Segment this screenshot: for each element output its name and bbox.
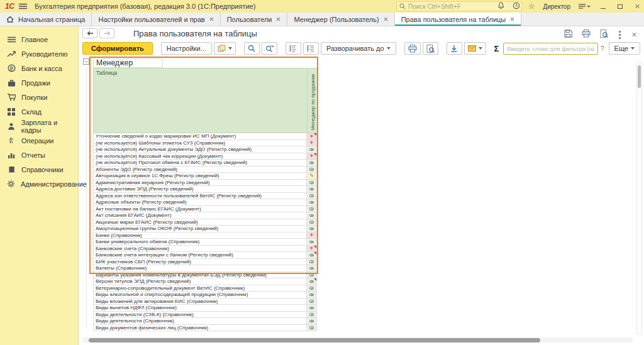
table-row-label[interactable]: (не используется) Актуальные документы Э… [93,146,307,153]
table-row-right-cell[interactable] [307,180,317,187]
maximize-button[interactable] [616,2,625,11]
search-button[interactable] [244,42,260,55]
close-window-button[interactable] [633,2,641,11]
vertical-scrollbar-thumb[interactable] [638,65,641,88]
notifications-bell-icon[interactable] [497,2,504,11]
table-row[interactable]: (не используется) Шаблоны этикеток СУЗ (… [93,140,318,147]
table-row-right-cell[interactable] [307,212,317,219]
table-row-right-cell[interactable]: + [307,133,317,140]
table-row-label[interactable]: Уточнение сведений о кодах маркировки ИС… [93,133,307,140]
collapse-groups-button[interactable] [286,42,301,55]
table-row-label[interactable]: Авторизация в сервисе 1С:Фреш (Регистр с… [93,173,307,180]
send-mail-button[interactable] [464,42,486,55]
table-row-label[interactable]: Виды алкогольной и спиртосодержащей прод… [93,292,307,298]
print-icon[interactable] [582,29,591,40]
main-menu-icon[interactable] [19,3,27,9]
preview-search-icon[interactable] [600,29,608,40]
table-row[interactable]: Абоненты ЭДО (Регистр сведений) [93,167,318,173]
table-row-right-cell[interactable] [307,199,317,206]
table-row-label[interactable]: Банковские счета интеграции с банком (Ре… [93,252,307,259]
sidebar-item-directories[interactable]: Справочники [0,162,78,177]
tab-users[interactable]: Пользователи [221,13,288,26]
table-row[interactable]: Адреса доставки ЭПД (Регистр сведений) [93,186,318,193]
table-row-label[interactable]: Административная иерархия (Регистр сведе… [93,180,307,187]
table-row-right-cell[interactable] [307,206,317,213]
table-row[interactable]: Акцизные марки ЕГАИС (Регистр сведений) [93,219,318,226]
expand-to-button[interactable]: Разворачивать до [321,42,396,55]
table-row[interactable]: Административная иерархия (Регистр сведе… [93,180,318,187]
sidebar-item-administration[interactable]: Администрирование [0,177,78,191]
table-row-label[interactable]: Ветеринарно-сопроводительный документ Ве… [93,285,307,292]
table-row-label[interactable]: БИК участников СБП (Регистр сведений) [93,259,307,266]
expand-groups-button[interactable] [303,42,319,55]
table-row-label[interactable]: (не используется) Кассовый чек коррекции… [93,153,307,160]
close-tab-icon[interactable] [209,17,214,21]
rotated-header-cell[interactable]: Менеджер по продажам [308,68,317,133]
minimize-button[interactable] [599,2,608,11]
table-row-right-cell[interactable] [307,298,317,305]
more-menu-icon[interactable] [619,34,621,36]
back-button[interactable] [82,28,97,38]
table-row-label[interactable]: Версии титулов ЭПД (Регистр сведений) [93,278,307,285]
print-button[interactable] [404,42,421,55]
table-row-label[interactable]: Адреса зон ответственности пользователей… [93,193,307,200]
table-row-label[interactable]: Адресные объекты (Регистр сведений) [93,199,307,206]
table-row-right-cell[interactable] [307,186,317,193]
table-row-label[interactable]: (не используется) Протокол обмена с ЕГАИ… [93,160,307,167]
sidebar-item-main[interactable]: Главное [0,32,78,47]
help-link[interactable]: ? [601,45,604,52]
sidebar-item-reports[interactable]: Отчеты [0,148,78,162]
table-row-label[interactable]: Абоненты ЭДО (Регистр сведений) [93,167,307,173]
service-menu-icon[interactable] [579,4,591,9]
sidebar-item-warehouse[interactable]: Склад [0,104,78,119]
table-row[interactable]: Варианты указания номенклатуры в докумен… [93,272,318,279]
table-row-label[interactable]: Банковские счета (Справочник) [93,246,307,253]
table-row-right-cell[interactable] [307,193,317,200]
table-row[interactable]: Ветеринарно-сопроводительный документ Ве… [93,285,318,292]
table-row[interactable]: Виды алкогольной и спиртосодержащей прод… [93,292,318,298]
table-row-right-cell[interactable] [307,219,317,226]
horizontal-scrollbar-thumb[interactable] [89,338,540,342]
table-row[interactable]: Амортизационные группы ОКОФ (Регистр све… [93,226,318,233]
table-row[interactable]: Валюты (Справочник) [93,265,318,272]
table-row-right-cell[interactable] [307,292,317,298]
collapse-group-toggle[interactable]: − [83,58,89,65]
print-preview-button[interactable] [423,42,438,55]
table-row-right-cell[interactable] [307,160,317,167]
table-row-label[interactable]: Валюты (Справочник) [93,265,307,272]
table-row-right-cell[interactable] [307,252,317,259]
table-row-right-cell[interactable] [307,272,317,279]
table-row-right-cell[interactable]: + [307,140,317,147]
table-row[interactable]: Виды деятельности (Справочник) [93,318,318,325]
save-file-button[interactable] [447,42,462,55]
sidebar-item-manager[interactable]: Руководителю [0,47,78,61]
table-row[interactable]: Уточнение сведений о кодах маркировки ИС… [93,133,318,140]
table-row-right-cell[interactable]: + [307,246,317,253]
table-row-label[interactable]: Адреса доставки ЭПД (Регистр сведений) [93,186,307,193]
history-icon[interactable] [513,2,520,11]
sidebar-item-bank-cash[interactable]: Банк и касса [0,61,78,75]
favorites-star-icon[interactable]: ☆ [528,3,535,10]
forward-button[interactable] [99,28,114,38]
table-row[interactable]: Виды документов физических лиц (Справочн… [93,325,318,332]
table-row[interactable]: Версии титулов ЭПД (Регистр сведений) [93,278,318,285]
table-row-label[interactable]: Акт списания ЕГАИС (Документ) [93,212,307,219]
table-row[interactable]: Виды вложений для актирования ЕИС (Справ… [93,298,318,305]
table-row[interactable]: (не используется) Протокол обмена с ЕГАИ… [93,160,318,167]
table-row-label[interactable]: Амортизационные группы ОКОФ (Регистр све… [93,226,307,233]
table-row[interactable]: (не используется) Кассовый чек коррекции… [93,153,318,160]
sidebar-item-payroll-hr[interactable]: Зарплата и кадры [0,119,78,133]
table-row[interactable]: (не используется) Актуальные документы Э… [93,146,318,153]
filter-input[interactable] [503,43,598,55]
table-row-label[interactable]: Акцизные марки ЕГАИС (Регистр сведений) [93,219,307,226]
tab-user-table-rights[interactable]: Права пользователя на таблицы [395,13,522,26]
table-row-right-cell[interactable] [307,265,317,272]
table-row[interactable]: Виды вычетов НДФЛ (Справочник) [93,305,318,312]
table-row-label[interactable]: Варианты указания номенклатуры в докумен… [93,272,307,279]
vertical-scrollbar[interactable] [636,62,642,335]
find-next-button[interactable] [262,42,277,55]
save-icon[interactable] [564,29,572,40]
table-row-right-cell[interactable] [307,239,317,246]
table-row-right-cell[interactable] [307,146,317,153]
table-row[interactable]: Акт списания ЕГАИС (Документ) [93,212,318,219]
